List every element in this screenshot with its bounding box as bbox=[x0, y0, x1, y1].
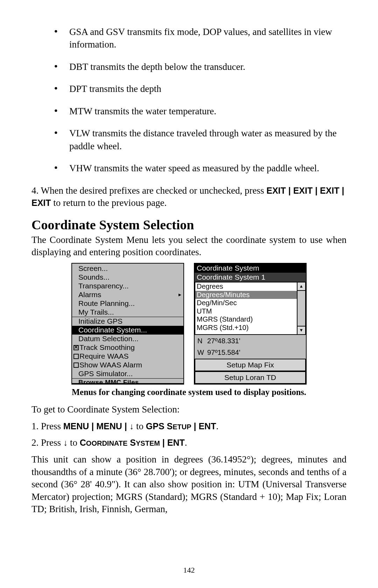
menu-item-sounds[interactable]: Sounds... bbox=[72, 273, 183, 282]
menu-label: Transparency... bbox=[78, 282, 129, 291]
menu-label: Initialize GPS bbox=[78, 317, 122, 326]
menu-item-gps-simulator[interactable]: GPS Simulator... bbox=[72, 370, 183, 378]
step4-b: to return to the previous page. bbox=[51, 198, 167, 208]
scroll-up-icon[interactable]: ▴ bbox=[298, 282, 305, 291]
t: to bbox=[68, 437, 80, 448]
coord-val: 97º15.584' bbox=[207, 349, 240, 356]
step2: 2. Press ↓ to COORDINATE SYSTEM | ENT. bbox=[31, 437, 346, 449]
coord-options-listbox[interactable]: Degrees Degrees/Minutes Deg/Min/Sec UTM … bbox=[195, 282, 306, 335]
menu-label: GPS Simulator... bbox=[78, 370, 133, 378]
step4-text: 4. When the desired prefixes are checked… bbox=[31, 185, 346, 209]
t: 2. Press bbox=[31, 437, 63, 448]
coord-val: 27º48.331' bbox=[207, 337, 240, 345]
menu-label: Screen... bbox=[78, 264, 108, 273]
coord-north: N27º48.331' bbox=[197, 336, 303, 346]
bullet-item: MTW transmits the water temperature. bbox=[63, 104, 346, 117]
menu-label: Sounds... bbox=[78, 273, 110, 282]
menu-item-require-waas[interactable]: Require WAAS bbox=[72, 352, 183, 361]
menu-item-coordinate-system[interactable]: Coordinate System... bbox=[72, 326, 183, 335]
t: YSTEM bbox=[136, 439, 160, 447]
opt-mgrs-std10[interactable]: MGRS (Std.+10) bbox=[195, 324, 297, 332]
scroll-down-icon[interactable]: ▾ bbox=[298, 326, 305, 334]
scrollbar[interactable]: ▴ ▾ bbox=[297, 282, 305, 334]
bullet-item: VHW transmits the water speed as measure… bbox=[63, 161, 346, 174]
gps-setup-menu: Screen... Sounds... Transparency... Alar… bbox=[71, 263, 184, 385]
bullet-item: VLW transmits the distance traveled thro… bbox=[63, 126, 346, 152]
t: | ENT bbox=[191, 421, 216, 431]
section-heading: Coordinate System Selection bbox=[31, 217, 346, 232]
menu-label: Show WAAS Alarm bbox=[79, 361, 142, 370]
bullet-list: GSA and GSV transmits fix mode, DOP valu… bbox=[31, 24, 346, 175]
menu-item-transparency[interactable]: Transparency... bbox=[72, 282, 183, 291]
menu-label: Track Smoothing bbox=[79, 343, 135, 352]
t: GPS S bbox=[146, 421, 173, 431]
opt-degrees[interactable]: Degrees bbox=[195, 282, 297, 291]
figure-caption: Menus for changing coordinate system use… bbox=[31, 387, 346, 397]
opt-degrees-minutes[interactable]: Degrees/Minutes bbox=[195, 291, 297, 299]
menu-item-screen[interactable]: Screen... bbox=[72, 264, 183, 273]
setup-loran-td-button[interactable]: Setup Loran TD bbox=[195, 371, 306, 384]
bullet-item: DBT transmits the depth below the transd… bbox=[63, 59, 346, 73]
t: C bbox=[80, 438, 86, 447]
menu-item-show-waas-alarm[interactable]: Show WAAS Alarm bbox=[72, 361, 183, 370]
bullet-item: GSA and GSV transmits fix mode, DOP valu… bbox=[63, 24, 346, 51]
t: . bbox=[185, 437, 187, 448]
coord-dir: N bbox=[197, 336, 207, 346]
setup-map-fix-button[interactable]: Setup Map Fix bbox=[195, 359, 306, 371]
figure-row: Screen... Sounds... Transparency... Alar… bbox=[31, 263, 346, 385]
t: OORDINATE bbox=[86, 439, 128, 447]
dialog-title: Coordinate System bbox=[195, 264, 306, 273]
opt-utm[interactable]: UTM bbox=[195, 307, 297, 316]
menu-label: My Trails... bbox=[78, 308, 114, 317]
down-arrow-icon: ↓ bbox=[130, 421, 134, 431]
bullet-item: DPT transmits the depth bbox=[63, 81, 346, 95]
coordinate-system-dialog: Coordinate System Coordinate System 1 De… bbox=[194, 263, 307, 385]
opt-mgrs-standard[interactable]: MGRS (Standard) bbox=[195, 315, 297, 324]
step1: 1. Press MENU | MENU | ↓ to GPS SETUP | … bbox=[31, 420, 346, 433]
down-arrow-icon: ↓ bbox=[63, 438, 68, 447]
checkbox-icon[interactable] bbox=[74, 363, 79, 368]
map-preview: Colombia 4000mi bbox=[72, 383, 183, 384]
menu-item-initialize-gps[interactable]: Initialize GPS bbox=[72, 317, 183, 326]
menu-label: Datum Selection... bbox=[78, 335, 139, 343]
submenu-arrow-icon: ▸ bbox=[178, 292, 181, 298]
menu-item-datum-selection[interactable]: Datum Selection... bbox=[72, 335, 183, 343]
checkbox-icon[interactable] bbox=[74, 345, 79, 350]
page-number: 142 bbox=[0, 566, 378, 575]
menu-item-my-trails[interactable]: My Trails... bbox=[72, 308, 183, 317]
t: | ENT bbox=[160, 438, 185, 447]
menu-item-track-smoothing[interactable]: Track Smoothing bbox=[72, 343, 183, 352]
menu-label: Route Planning... bbox=[78, 299, 135, 308]
t: to bbox=[134, 421, 146, 431]
menu-item-route-planning[interactable]: Route Planning... bbox=[72, 299, 183, 308]
t: MENU | MENU | bbox=[63, 421, 130, 431]
menu-item-alarms[interactable]: Alarms▸ bbox=[72, 291, 183, 299]
checkbox-icon[interactable] bbox=[74, 354, 79, 359]
step4-a: 4. When the desired prefixes are checked… bbox=[31, 185, 266, 196]
t: ETUP bbox=[173, 423, 191, 431]
coordinate-readout: N27º48.331' W97º15.584' bbox=[195, 335, 306, 359]
coord-formats-paragraph: This unit can show a position in degrees… bbox=[31, 453, 346, 516]
menu-label: Coordinate System... bbox=[78, 326, 147, 335]
coord-intro: To get to Coordinate System Selection: bbox=[31, 403, 346, 416]
t: S bbox=[127, 438, 136, 447]
menu-label: Alarms bbox=[78, 291, 101, 299]
coord-dir: W bbox=[197, 348, 207, 357]
section-intro: The Coordinate System Menu lets you sele… bbox=[31, 234, 346, 259]
menu-label: Require WAAS bbox=[79, 352, 128, 361]
t: . bbox=[216, 421, 218, 431]
menu-item-browse-mmc[interactable]: Browse MMC Files... bbox=[72, 378, 183, 383]
opt-deg-min-sec[interactable]: Deg/Min/Sec bbox=[195, 299, 297, 307]
coord-west: W97º15.584' bbox=[197, 348, 303, 357]
t: 1. Press bbox=[31, 421, 63, 431]
dialog-subtitle: Coordinate System 1 bbox=[195, 273, 306, 282]
